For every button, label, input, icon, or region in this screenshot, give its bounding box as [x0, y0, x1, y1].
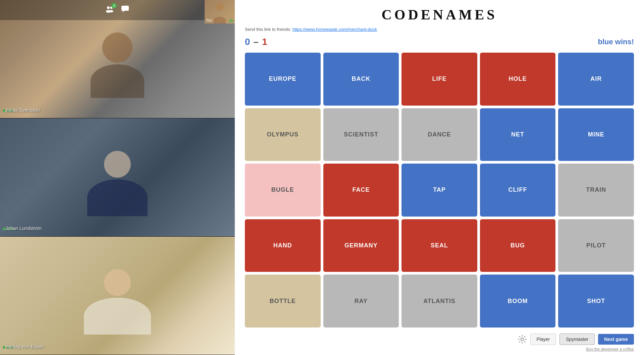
win-message: blue wins! [598, 38, 634, 46]
player-name-hedvig: Hedvig Von Essen [5, 344, 44, 349]
video-slot-johan: Johan Lundström [0, 118, 235, 237]
card-mine[interactable]: MINE [558, 108, 634, 161]
next-game-button[interactable]: Next game [598, 334, 634, 345]
video-panel: 4 You [0, 0, 235, 355]
card-train[interactable]: TRAIN [558, 164, 634, 217]
card-germany[interactable]: GERMANY [323, 219, 399, 272]
settings-icon[interactable] [518, 335, 527, 344]
self-label: You [206, 18, 212, 22]
card-cliff[interactable]: CLIFF [480, 164, 556, 217]
card-face[interactable]: FACE [323, 164, 399, 217]
card-dance[interactable]: DANCE [401, 108, 477, 161]
player-button[interactable]: Player [530, 334, 556, 345]
score-red: 1 [262, 37, 267, 47]
svg-point-6 [521, 338, 524, 341]
card-hand[interactable]: HAND [245, 219, 321, 272]
card-seal[interactable]: SEAL [401, 219, 477, 272]
card-pilot[interactable]: PILOT [558, 219, 634, 272]
score-display: 0 – 1 [245, 37, 267, 47]
card-shot[interactable]: SHOT [558, 275, 634, 328]
card-net[interactable]: NET [480, 108, 556, 161]
svg-marker-5 [122, 11, 125, 12]
card-scientist[interactable]: SCIENTIST [323, 108, 399, 161]
share-url[interactable]: https://www.horsepaste.com/merchant-duck [292, 27, 377, 32]
spymaster-button[interactable]: Spymaster [559, 334, 595, 345]
self-view: You [205, 0, 235, 23]
player-name-johan: Johan Lundström [5, 226, 42, 231]
card-grid: EUROPEBACKLIFEHOLEAIROLYMPUSSCIENTISTDAN… [245, 53, 634, 328]
share-prefix: Send this link to friends: [245, 27, 291, 32]
card-bug[interactable]: BUG [480, 219, 556, 272]
card-bottle[interactable]: BOTTLE [245, 275, 321, 328]
score-blue: 0 [245, 37, 250, 47]
card-bugle[interactable]: BUGLE [245, 164, 321, 217]
svg-rect-4 [121, 6, 129, 11]
dev-link[interactable]: Buy the developer a coffee [586, 347, 634, 352]
top-bar: 4 [0, 0, 235, 20]
chat-icon[interactable] [121, 5, 129, 15]
card-atlantis[interactable]: ATLANTIS [401, 275, 477, 328]
bottom-bar: Player Spymaster Next game [245, 331, 634, 346]
card-back[interactable]: BACK [323, 53, 399, 106]
player-name-jonas: Jonas Svensson [5, 107, 40, 113]
card-tap[interactable]: TAP [401, 164, 477, 217]
card-europe[interactable]: EUROPE [245, 53, 321, 106]
audio-bars [229, 19, 233, 22]
card-air[interactable]: AIR [558, 53, 634, 106]
card-ray[interactable]: RAY [323, 275, 399, 328]
dev-link-row: Buy the developer a coffee [245, 347, 634, 352]
score-row: 0 – 1 blue wins! [245, 37, 634, 47]
card-hole[interactable]: HOLE [480, 53, 556, 106]
svg-point-3 [110, 10, 113, 12]
svg-point-0 [107, 6, 110, 9]
card-boom[interactable]: BOOM [480, 275, 556, 328]
participant-count-badge: 4 [111, 3, 117, 8]
card-life[interactable]: LIFE [401, 53, 477, 106]
card-olympus[interactable]: OLYMPUS [245, 108, 321, 161]
participants-icon[interactable]: 4 [105, 5, 114, 15]
game-panel: CODENAMES Send this link to friends: htt… [235, 0, 644, 355]
score-dash: – [254, 37, 259, 47]
video-slot-hedvig: Hedvig Von Essen [0, 237, 235, 355]
share-link-row: Send this link to friends: https://www.h… [245, 27, 634, 32]
game-title: CODENAMES [245, 7, 634, 23]
